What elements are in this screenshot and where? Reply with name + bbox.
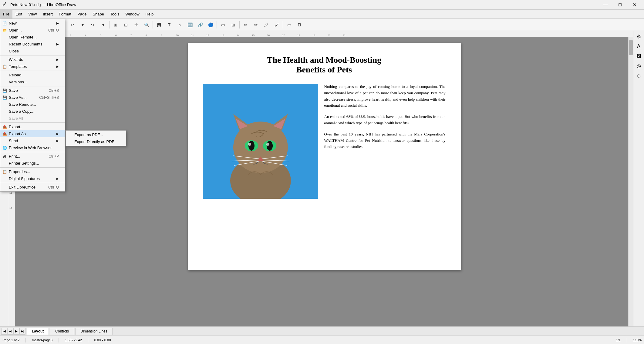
menu-tools[interactable]: Tools [107, 10, 122, 18]
menu-item-print[interactable]: 🖨 Print... Ctrl+P [0, 153, 65, 160]
undo-button[interactable]: ↩ [67, 20, 77, 30]
toolbar-separator-4 [153, 21, 153, 28]
toolbar-separator-5 [217, 21, 217, 28]
right-panel: ⚙ A 🖼 ◎ ◇ [633, 31, 644, 326]
menu-file[interactable]: File [0, 10, 12, 18]
tab-dimension-lines[interactable]: Dimension Lines [75, 328, 113, 335]
menu-item-export[interactable]: 📤 Export... [0, 123, 65, 130]
shapes2-button[interactable]: 🔵 [206, 20, 215, 30]
tab-last-btn[interactable]: ▶| [19, 328, 25, 335]
titlebar: 🖊 Pets-New-01.odg — LibreOffice Draw — □… [0, 0, 644, 10]
fontwork-button[interactable]: 🔤 [185, 20, 195, 30]
draw-button[interactable]: ✏ [241, 20, 251, 30]
status-divider-4 [627, 338, 627, 342]
separator-4 [0, 122, 65, 123]
rectangle-button[interactable]: ▭ [284, 20, 294, 30]
menu-item-open[interactable]: 📂 Open... Ctrl+O [0, 27, 65, 34]
shadow-button[interactable]: ▭ [218, 20, 228, 30]
menu-item-save[interactable]: 💾 Save Ctrl+S [0, 87, 65, 94]
undo-dropdown[interactable]: ▾ [78, 20, 87, 30]
image-button[interactable]: 🖼 [154, 20, 164, 30]
menu-page[interactable]: Page [74, 10, 89, 18]
vertical-scrollbar[interactable] [628, 37, 633, 326]
textbox-button[interactable]: T [164, 20, 174, 30]
tab-first-btn[interactable]: |◀ [1, 328, 7, 335]
tab-controls[interactable]: Controls [50, 328, 74, 335]
separator-1 [0, 55, 65, 55]
menu-item-save-copy[interactable]: Save a Copy... [0, 108, 65, 115]
navigator-panel-btn[interactable]: ◎ [634, 61, 643, 70]
menu-item-save-remote[interactable]: Save Remote... [0, 101, 65, 108]
menu-item-reload[interactable]: Reload [0, 72, 65, 78]
menu-item-open-remote[interactable]: Open Remote... [0, 34, 65, 41]
page-content-row: Nothing compares to the joy of coming ho… [203, 84, 446, 199]
zoom-percent: 110% [633, 338, 642, 342]
menu-item-wizards[interactable]: Wizards ▶ [0, 56, 65, 63]
page-style-section: master-page3 [32, 338, 52, 342]
shapes-button[interactable]: ○ [175, 20, 184, 30]
separator-3 [0, 86, 65, 86]
pen-button[interactable]: 🖊 [261, 20, 271, 30]
dimensions: 0.00 x 0.00 [94, 338, 111, 342]
zoom-button[interactable]: 🔍 [142, 20, 151, 30]
menu-view[interactable]: View [25, 10, 40, 18]
menu-item-recent[interactable]: Recent Documents ▶ [0, 41, 65, 48]
menu-edit[interactable]: Edit [12, 10, 25, 18]
menu-item-save-all[interactable]: Save All [0, 115, 65, 122]
menu-item-digital-signatures[interactable]: Digital Signatures ▶ [0, 175, 65, 182]
menu-item-properties[interactable]: 📋 Properties... [0, 168, 65, 175]
group-button[interactable]: 🗌 [295, 20, 304, 30]
arrow-icon-send: ▶ [56, 139, 59, 142]
menu-item-close[interactable]: Close [0, 48, 65, 55]
paragraph-2: An estimated 68% of U.S. households have… [324, 114, 446, 126]
menu-item-new[interactable]: 📄 New ▶ [0, 20, 65, 27]
new-icon: 📄 [2, 21, 7, 26]
link-button[interactable]: 🔗 [195, 20, 205, 30]
shapes-panel-btn[interactable]: ◇ [634, 71, 643, 80]
tab-next-btn[interactable]: ▶ [13, 328, 19, 335]
maximize-button[interactable]: □ [613, 0, 627, 10]
menu-shape[interactable]: Shape [89, 10, 107, 18]
close-button[interactable]: ✕ [628, 0, 642, 10]
menu-item-templates[interactable]: 📋 Templates ▶ [0, 63, 65, 70]
menu-item-versions[interactable]: Versions... [0, 78, 65, 85]
redo-button[interactable]: ↪ [88, 20, 98, 30]
menu-item-printer-settings[interactable]: Printer Settings... [0, 160, 65, 167]
submenu-export-pdf[interactable]: Export as PDF... [66, 131, 126, 138]
gallery-panel-btn[interactable]: 🖼 [634, 52, 643, 61]
digital-sigs-icon [2, 176, 7, 181]
arrow-icon: ▶ [56, 22, 59, 25]
open-icon: 📂 [2, 28, 7, 33]
pen2-button[interactable]: 🖊 [272, 20, 282, 30]
snap-button[interactable]: ⊟ [121, 20, 131, 30]
tab-prev-btn[interactable]: ◀ [7, 328, 13, 335]
document-page: The Health and Mood-Boosting Benefits of… [188, 43, 461, 270]
statusbar: Page 1 of 2 master-page3 1.68 / -2.42 0.… [0, 336, 644, 344]
menu-help[interactable]: Help [143, 10, 157, 18]
submenu-export-direct-pdf[interactable]: Export Directly as PDF [66, 138, 126, 145]
menu-item-save-as[interactable]: 💾 Save As... Ctrl+Shift+S [0, 94, 65, 101]
menu-item-preview[interactable]: 🌐 Preview in Web Browser [0, 144, 65, 151]
svg-point-11 [248, 143, 251, 146]
grid-button[interactable]: ⊞ [111, 20, 120, 30]
menu-insert[interactable]: Insert [40, 10, 56, 18]
canvas-content[interactable]: The Health and Mood-Boosting Benefits of… [15, 37, 633, 326]
highlight-button[interactable]: ✏ [251, 20, 261, 30]
recent-icon [2, 42, 7, 47]
tab-layout[interactable]: Layout [27, 328, 49, 335]
menu-format[interactable]: Format [56, 10, 74, 18]
minimize-button[interactable]: — [598, 0, 612, 10]
styles-panel-btn[interactable]: A [634, 42, 643, 51]
arrow-icon-templates: ▶ [56, 65, 59, 68]
menu-item-send[interactable]: Send ▶ [0, 137, 65, 144]
menu-window[interactable]: Window [122, 10, 142, 18]
crosshair-button[interactable]: ✛ [131, 20, 141, 30]
menu-item-export-as[interactable]: 📤 Export As ▶ Export as PDF... Export Di… [0, 130, 65, 137]
properties-panel-btn[interactable]: ⚙ [634, 32, 643, 41]
scrollbar-thumb[interactable] [629, 40, 633, 55]
menu-item-exit[interactable]: Exit LibreOffice Ctrl+Q [0, 184, 65, 191]
effects-button[interactable]: ⊞ [228, 20, 238, 30]
separator-7 [0, 183, 65, 183]
print-menu-icon: 🖨 [2, 154, 7, 159]
redo-dropdown[interactable]: ▾ [98, 20, 108, 30]
